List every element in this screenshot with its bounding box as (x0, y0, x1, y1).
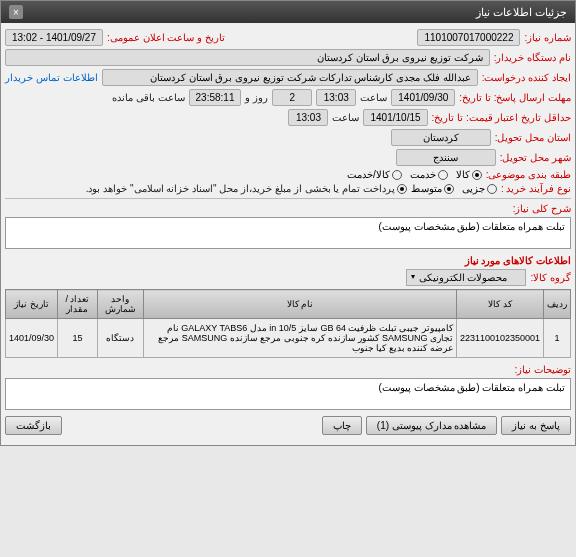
days-label: روز و (245, 92, 268, 103)
table-header-row: ردیف کد کالا نام کالا واحد شمارش تعداد /… (6, 290, 571, 319)
need-desc-label: شرح کلی نیاز: (513, 203, 571, 214)
goods-group-dropdown[interactable]: محصولات الکترونیکی (406, 269, 526, 286)
th-idx: ردیف (544, 290, 571, 319)
buyer-value: شرکت توزیع نیروی برق استان کردستان (5, 49, 490, 66)
cell-unit: دستگاه (97, 319, 143, 358)
radio-goods-service[interactable]: کالا/خدمت (347, 169, 402, 180)
cell-idx: 1 (544, 319, 571, 358)
reply-time-value: 13:03 (316, 89, 356, 106)
quote-time-value: 13:03 (288, 109, 328, 126)
titlebar: جزئیات اطلاعات نیاز × (1, 1, 575, 23)
reply-button[interactable]: پاسخ به نیاز (501, 416, 571, 435)
reply-deadline-label: مهلت ارسال پاسخ: تا تاریخ: (459, 92, 571, 103)
button-bar: پاسخ به نیاز مشاهده مدارک پیوستی (1) چاپ… (5, 416, 571, 439)
radio-icon (397, 184, 407, 194)
province-label: استان محل تحویل: (495, 132, 571, 143)
table-row: 1 2231100102350001 کامپیوتر جیبی تبلت ظر… (6, 319, 571, 358)
need-no-value: 1101007017000222 (417, 29, 520, 46)
cell-name: کامپیوتر جیبی تبلت ظرفیت GB 64 سایز in 1… (144, 319, 457, 358)
process-label: نوع فرآیند خرید : (501, 183, 571, 194)
time-label-1: ساعت (360, 92, 387, 103)
days-remain-value: 2 (272, 89, 312, 106)
pub-datetime-label: تاریخ و ساعت اعلان عمومی: (107, 32, 225, 43)
window-title: جزئیات اطلاعات نیاز (476, 6, 567, 19)
time-label-2: ساعت (332, 112, 359, 123)
category-radio-group: کالا خدمت کالا/خدمت (347, 169, 482, 180)
th-code: کد کالا (456, 290, 543, 319)
cell-code: 2231100102350001 (456, 319, 543, 358)
attachments-button[interactable]: مشاهده مدارک پیوستی (1) (366, 416, 498, 435)
process-radio-group: جزیی متوسط (411, 183, 497, 194)
radio-icon (487, 184, 497, 194)
items-section-title: اطلاعات کالاهای مورد نیاز (5, 255, 571, 266)
radio-service[interactable]: خدمت (410, 169, 448, 180)
radio-mid[interactable]: متوسط (411, 183, 454, 194)
back-button[interactable]: بازگشت (5, 416, 62, 435)
category-label: طبقه بندی موضوعی: (486, 169, 571, 180)
goods-group-label: گروه کالا: (530, 272, 571, 283)
th-unit: واحد شمارش (97, 290, 143, 319)
print-button[interactable]: چاپ (322, 416, 362, 435)
cell-qty: 15 (58, 319, 98, 358)
th-date: تاریخ نیاز (6, 290, 58, 319)
reply-date-value: 1401/09/30 (391, 89, 455, 106)
time-remain-value: 23:58:11 (189, 89, 242, 106)
pub-datetime-value: 1401/09/27 - 13:02 (5, 29, 103, 46)
need-details-window: جزئیات اطلاعات نیاز × شماره نیاز: 110100… (0, 0, 576, 446)
contact-link[interactable]: اطلاعات تماس خریدار (5, 72, 98, 83)
city-value: سنندج (396, 149, 496, 166)
radio-goods[interactable]: کالا (456, 169, 482, 180)
need-desc-textarea[interactable]: تبلت همراه متعلقات (طبق مشخصات پیوست) (5, 217, 571, 249)
radio-icon (472, 170, 482, 180)
content-area: شماره نیاز: 1101007017000222 تاریخ و ساع… (1, 23, 575, 445)
need-no-label: شماره نیاز: (524, 32, 571, 43)
notes-label: توضیحات نیاز: (514, 364, 571, 375)
radio-low[interactable]: جزیی (462, 183, 497, 194)
payment-note-check: پرداخت تمام یا بخشی از مبلغ خرید،از محل … (86, 183, 407, 194)
items-table: ردیف کد کالا نام کالا واحد شمارش تعداد /… (5, 289, 571, 358)
notes-textarea[interactable]: تبلت همراه متعلقات (طبق مشخصات پیوست) (5, 378, 571, 410)
province-value: کردستان (391, 129, 491, 146)
requester-label: ایجاد کننده درخواست: (482, 72, 571, 83)
quote-valid-label: حداقل تاریخ اعتبار قیمت: تا تاریخ: (432, 112, 571, 123)
radio-icon (438, 170, 448, 180)
remain-label: ساعت باقی مانده (112, 92, 185, 103)
city-label: شهر محل تحویل: (500, 152, 571, 163)
quote-date-value: 1401/10/15 (363, 109, 427, 126)
th-qty: تعداد / مقدار (58, 290, 98, 319)
buyer-label: نام دستگاه خریدار: (494, 52, 571, 63)
radio-icon (444, 184, 454, 194)
th-name: نام کالا (144, 290, 457, 319)
cell-date: 1401/09/30 (6, 319, 58, 358)
radio-icon (392, 170, 402, 180)
close-icon[interactable]: × (9, 5, 23, 19)
requester-value: عبدالله فلک مجدی کارشناس تدارکات شرکت تو… (102, 69, 478, 86)
